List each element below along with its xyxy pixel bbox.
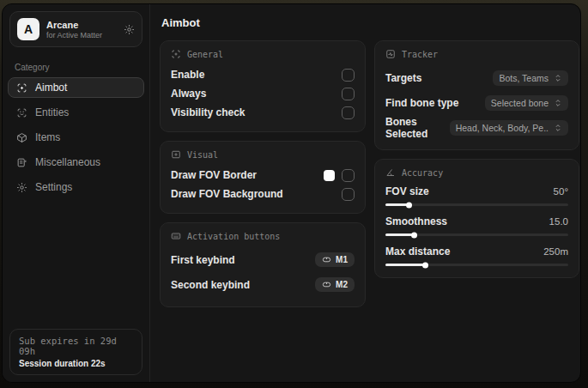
app-subtitle: for Active Matter [46,31,117,39]
setting-row-max-distance: Max distance 250m [385,244,568,266]
game-background: A Arcane for Active Matter Category [0,0,588,388]
first-keybind-button[interactable]: M1 [315,252,355,267]
category-label: Category [15,63,137,72]
main-content: Aimbot General [150,4,581,382]
panel-title: Visual [187,150,218,160]
sidebar-nav: Aimbot Entities [8,77,144,197]
mouse-icon [322,280,331,289]
left-column: General Enable Always Visibility check [160,40,366,307]
gear-icon[interactable] [124,24,135,35]
find-bone-type-dropdown[interactable]: Selected bone [485,95,568,111]
visibility-check-checkbox[interactable] [342,106,355,119]
sidebar-item-settings[interactable]: Settings [8,177,144,197]
setting-row-second-keybind: Second keybind M2 [171,272,355,297]
eye-icon [171,149,181,160]
tracker-panel: Tracker Targets Bots, Teams [374,40,579,150]
sidebar-item-miscellaneous[interactable]: Miscellaneous [8,152,144,173]
cube-icon [16,132,27,143]
panel-title: Tracker [402,50,438,59]
setting-row-smoothness: Smoothness 15.0 [385,214,568,236]
app-title: Arcane [46,20,117,30]
second-keybind-button[interactable]: M2 [315,277,355,292]
app-logo: A [17,18,39,40]
setting-row-bones-selected: Bones Selected Head, Neck, Body, Pe.. [385,115,568,140]
scan-face-icon [16,107,27,118]
activation-buttons-panel: Activation buttons First keybind [160,222,366,307]
angle-icon [385,167,396,178]
crosshair-scan-icon [16,82,27,94]
chevrons-up-down-icon [554,124,562,132]
sidebar-item-label: Entities [35,106,69,118]
sidebar: A Arcane for Active Matter Category [3,4,150,382]
slider-thumb[interactable] [406,202,412,208]
setting-row-visibility-check: Visibility check [171,103,355,122]
right-column: Tracker Targets Bots, Teams [374,40,579,278]
fov-size-slider[interactable] [385,203,568,206]
slider-thumb[interactable] [411,232,417,238]
sidebar-item-items[interactable]: Items [8,127,144,148]
gear-icon [16,182,27,193]
smoothness-value: 15.0 [549,216,568,227]
fov-border-color-swatch[interactable] [324,170,335,181]
sidebar-item-label: Miscellaneous [35,156,100,168]
panel-title: Activation buttons [187,232,280,241]
fov-background-checkbox[interactable] [342,188,355,201]
session-duration-text: Session duration 22s [19,359,133,368]
chevrons-up-down-icon [554,99,562,107]
arcane-menu-window: A Arcane for Active Matter Category [2,3,581,383]
max-distance-slider[interactable] [385,264,568,266]
fov-border-checkbox[interactable] [342,169,355,182]
setting-row-targets: Targets Bots, Teams [385,65,568,90]
brand-card: A Arcane for Active Matter [9,11,142,47]
general-panel: General Enable Always Visibility check [160,40,366,132]
setting-row-find-bone-type: Find bone type Selected bone [385,90,568,115]
fov-size-value: 50° [554,186,568,197]
setting-row-first-keybind: First keybind M1 [171,247,355,272]
setting-row-always: Always [171,84,355,103]
sliders-icon [16,157,27,168]
always-checkbox[interactable] [342,88,355,100]
sidebar-item-entities[interactable]: Entities [8,102,144,123]
smoothness-slider[interactable] [385,233,568,236]
session-info-card: Sub expires in 29d 09h Session duration … [9,329,142,375]
slider-thumb[interactable] [422,262,428,268]
sub-expires-text: Sub expires in 29d 09h [19,336,133,356]
sidebar-item-label: Items [35,131,60,143]
setting-row-fov-border: Draw FOV Border [171,166,355,185]
max-distance-value: 250m [543,246,568,257]
bones-selected-dropdown[interactable]: Head, Neck, Body, Pe.. [450,120,568,136]
setting-row-enable: Enable [171,65,355,84]
setting-row-fov-background: Draw FOV Background [171,185,355,203]
panel-title: General [187,50,223,59]
page-title: Aimbot [161,16,579,29]
sidebar-item-label: Settings [35,181,72,193]
enable-checkbox[interactable] [342,69,355,82]
panel-title: Accuracy [402,168,443,178]
keyboard-icon [171,231,181,241]
radar-icon [385,49,396,59]
mouse-icon [322,255,331,264]
setting-row-fov-size: FOV size 50° [385,184,568,206]
sidebar-item-aimbot[interactable]: Aimbot [8,77,144,98]
crosshair-scan-icon [171,49,181,59]
targets-dropdown[interactable]: Bots, Teams [493,70,568,86]
chevrons-up-down-icon [554,74,562,82]
accuracy-panel: Accuracy FOV size 50° [374,159,579,278]
visual-panel: Visual Draw FOV Border Draw FOV Backgrou… [160,141,366,214]
sidebar-item-label: Aimbot [35,82,67,94]
